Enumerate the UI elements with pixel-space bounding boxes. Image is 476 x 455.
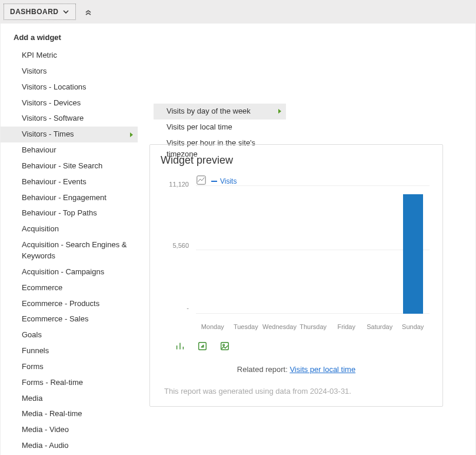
- menu-item[interactable]: Behaviour - Engagement: [1, 190, 138, 206]
- menu-item[interactable]: Visitors - Times: [1, 127, 138, 142]
- x-label: Wednesday: [262, 323, 297, 330]
- legend-dash-icon: [211, 181, 217, 182]
- menu-item[interactable]: Media - Video: [1, 422, 138, 438]
- double-chevron-up-icon: [84, 8, 92, 16]
- submenu-item[interactable]: Visits by day of the week: [154, 104, 286, 119]
- y-tick-top: 11,120: [163, 181, 189, 188]
- dashboard-label: DASHBOARD: [10, 8, 59, 16]
- x-labels: MondayTuesdayWednesdayThursdayFridaySatu…: [196, 323, 430, 330]
- collapse-button[interactable]: [84, 8, 92, 16]
- menu-item[interactable]: Ecommerce - Sales: [1, 311, 138, 327]
- related-prefix: Related report:: [237, 365, 290, 374]
- menu-item[interactable]: Media: [1, 391, 138, 407]
- y-tick-bot: -: [163, 304, 189, 311]
- bar-slot: [296, 185, 329, 314]
- widget-preview-box: Widget preview 11,120 5,560 - Visits: [149, 144, 443, 407]
- menu-item[interactable]: Visitors - Locations: [1, 79, 138, 95]
- menu-item[interactable]: Visitors: [1, 64, 138, 79]
- y-tick-mid: 5,560: [163, 242, 189, 249]
- menu-item[interactable]: Acquisition - Campaigns: [1, 264, 138, 280]
- legend-series[interactable]: Visits: [211, 177, 237, 185]
- topbar: DASHBOARD: [0, 0, 476, 24]
- menu-item[interactable]: Ecommerce - Products: [1, 296, 138, 312]
- image-icon[interactable]: [219, 341, 230, 353]
- add-widget-panel: Add a widget KPI MetricVisitorsVisitors …: [0, 24, 476, 455]
- menu-item[interactable]: Visitors - Software: [1, 111, 138, 127]
- legend-series-label: Visits: [220, 177, 237, 185]
- menu-item[interactable]: Funnels: [1, 343, 138, 359]
- menu-item[interactable]: Behaviour - Top Paths: [1, 205, 138, 221]
- chart-area: 11,120 5,560 - Visits MondayTuesdayWedne…: [167, 177, 432, 330]
- chevron-down-icon: [62, 8, 69, 15]
- preview-title: Widget preview: [161, 154, 432, 167]
- x-label: Sunday: [396, 323, 430, 330]
- menu-item[interactable]: Goals: [1, 327, 138, 343]
- menu-item[interactable]: Forms - Real-time: [1, 375, 138, 391]
- x-label: Thursday: [297, 323, 330, 330]
- menu-item[interactable]: Acquisition - Search Engines & Keywords: [1, 237, 138, 264]
- svg-point-3: [223, 344, 225, 346]
- x-label: Friday: [329, 323, 363, 330]
- bar-slot: [196, 185, 229, 314]
- bar-slot: [396, 185, 430, 314]
- related-report: Related report: Visits per local time: [161, 365, 432, 374]
- bar-slot: [329, 185, 363, 314]
- menu-item[interactable]: Acquisition: [1, 221, 138, 237]
- plot-region: [196, 185, 430, 314]
- x-label: Monday: [196, 323, 229, 330]
- menu-item[interactable]: Media - Real-time: [1, 406, 138, 422]
- menu-item[interactable]: Ecommerce: [1, 280, 138, 296]
- export-icon[interactable]: [197, 341, 208, 353]
- submenu-item[interactable]: Visits per local time: [154, 119, 286, 135]
- widget-category-menu: KPI MetricVisitorsVisitors - LocationsVi…: [1, 48, 138, 455]
- menu-item[interactable]: Media - Audio: [1, 438, 138, 454]
- bar-slot: [262, 185, 296, 314]
- bars-container: [196, 185, 430, 314]
- menu-item[interactable]: Behaviour: [1, 142, 138, 158]
- menu-item[interactable]: Forms: [1, 359, 138, 375]
- menu-item[interactable]: Behaviour - Events: [1, 174, 138, 190]
- menu-item[interactable]: KPI Metric: [1, 48, 138, 64]
- bar[interactable]: [403, 194, 423, 314]
- bar-slot: [363, 185, 397, 314]
- panel-title: Add a widget: [1, 33, 475, 48]
- dashboard-dropdown[interactable]: DASHBOARD: [4, 4, 76, 20]
- menu-item[interactable]: Behaviour - Site Search: [1, 158, 138, 174]
- chart-actions: [175, 341, 432, 353]
- related-report-link[interactable]: Visits per local time: [289, 365, 355, 374]
- bar-chart-icon[interactable]: [175, 341, 185, 353]
- generated-note: This report was generated using data fro…: [164, 387, 432, 396]
- menu-item[interactable]: Visitors - Devices: [1, 95, 138, 111]
- x-label: Tuesday: [229, 323, 263, 330]
- bar-slot: [229, 185, 263, 314]
- x-label: Saturday: [363, 323, 397, 330]
